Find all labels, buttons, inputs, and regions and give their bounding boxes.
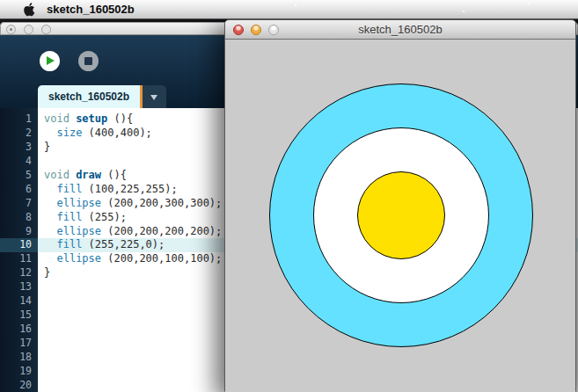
close-button-icon[interactable]: [6, 25, 16, 34]
line-number: 14: [0, 294, 38, 309]
line-number: 12: [0, 266, 38, 280]
sketch-titlebar[interactable]: sketch_160502b: [225, 20, 575, 40]
line-number: 7: [0, 197, 38, 211]
minimize-button-icon[interactable]: [24, 25, 33, 34]
code-token: (200,200,200,200);: [101, 225, 222, 237]
editor-gutter: 1234567891011121314151617181920: [0, 108, 38, 392]
line-number: 8: [0, 211, 38, 225]
line-number: 15: [0, 309, 38, 323]
zoom-button-icon[interactable]: [41, 25, 51, 34]
line-number: 1: [0, 113, 38, 127]
sketch-canvas[interactable]: [225, 40, 575, 392]
line-number: 10: [0, 238, 38, 252]
code-token: (){: [101, 169, 127, 181]
line-number: 13: [0, 280, 38, 294]
code-token: fill: [56, 211, 82, 223]
chevron-down-icon: [150, 95, 157, 100]
code-token: }: [44, 141, 50, 153]
code-token: ellipse: [56, 252, 101, 265]
desktop: sketch_160502b sketch_160502b 1234567891…: [0, 0, 578, 392]
menu-bar: sketch_160502b: [0, 0, 578, 19]
line-number: 4: [0, 155, 38, 169]
code-token: (100,225,255);: [82, 183, 177, 195]
menu-app-name[interactable]: sketch_160502b: [47, 0, 135, 19]
code-token: setup: [76, 113, 107, 125]
code-token: [44, 197, 56, 209]
code-token: }: [44, 266, 50, 279]
code-token: [44, 252, 56, 265]
apple-menu-icon[interactable]: [23, 3, 35, 17]
line-number: 6: [0, 183, 38, 197]
code-token: [44, 225, 56, 237]
code-token: (255,225,0);: [82, 238, 165, 250]
code-token: [44, 238, 56, 250]
run-button[interactable]: [40, 51, 60, 71]
code-token: void: [44, 113, 76, 125]
code-token: size: [56, 127, 82, 139]
code-token: (400,400);: [82, 127, 151, 139]
line-number: 11: [0, 252, 38, 266]
sketch-window-title: sketch_160502b: [225, 20, 575, 40]
code-token: (){: [107, 113, 133, 125]
code-token: fill: [56, 238, 82, 250]
code-token: [44, 211, 56, 223]
line-number: 3: [0, 141, 38, 155]
stop-icon: [84, 57, 92, 65]
code-token: [44, 127, 56, 139]
code-token: (200,200,100,100);: [101, 252, 222, 265]
line-number: 17: [0, 337, 38, 351]
ellipse-shape: [357, 171, 445, 259]
code-token: [44, 183, 56, 195]
tab-sketch[interactable]: sketch_160502b: [38, 85, 140, 108]
line-number: 16: [0, 323, 38, 337]
code-token: fill: [56, 183, 82, 195]
stop-button[interactable]: [78, 51, 99, 71]
tab-menu-button[interactable]: [143, 85, 166, 108]
sketch-output-window: sketch_160502b: [224, 19, 576, 392]
line-number: 9: [0, 225, 38, 239]
play-icon: [47, 56, 55, 65]
line-number: 19: [0, 365, 38, 379]
line-number: 5: [0, 169, 38, 183]
line-number: 20: [0, 379, 38, 392]
code-token: ellipse: [56, 225, 101, 237]
line-number: 2: [0, 127, 38, 141]
code-token: (255);: [82, 211, 127, 223]
code-token: void: [44, 169, 76, 181]
code-token: draw: [76, 169, 101, 181]
code-token: (200,200,300,300);: [101, 197, 222, 209]
code-token: ellipse: [56, 197, 101, 209]
line-number: 18: [0, 351, 38, 365]
